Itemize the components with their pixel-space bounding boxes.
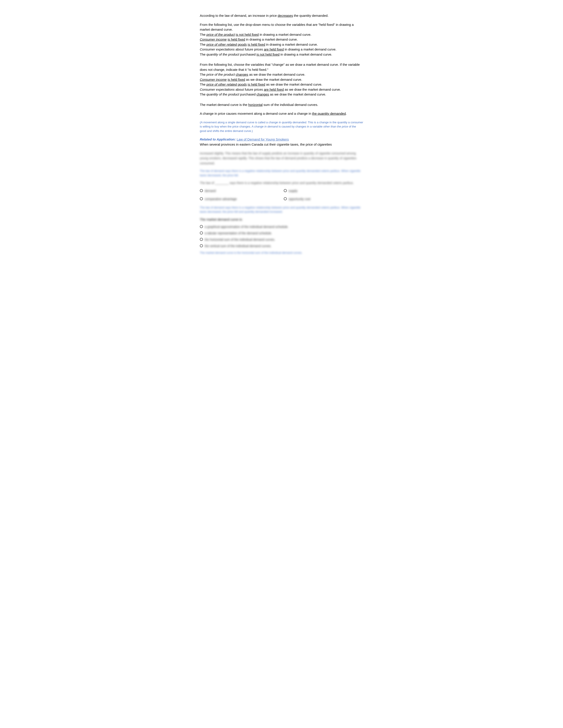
p2-line2-italic: Consumer income [200, 38, 227, 41]
related-to-section: Related to Application: Law of Demand fo… [200, 137, 363, 147]
p2-line5-end: in drawing a market demand curve. [279, 53, 332, 56]
p2-line3-pre: The [200, 43, 206, 46]
blue-exp-cid: change in demand [254, 125, 278, 128]
p3-line3-hf: is held fixed [248, 83, 265, 86]
p2-line3-end: in drawing a market demand curve. [265, 43, 318, 46]
p3-line2-hf: is held fixed [227, 78, 245, 81]
p2-line1-hnf: is not held fixed [236, 33, 259, 36]
p3-line1-pre: The [200, 73, 206, 76]
option-market-d-label: the vertical sum of the individual deman… [205, 244, 271, 248]
p2-line3-italic: price of other related goods [206, 43, 247, 46]
p5-qty-demanded: the quantity demanded [312, 112, 346, 115]
p2-line2-hf: is held fixed [227, 38, 245, 41]
p3-line5-mid: purchased [239, 92, 256, 96]
blurred-options-grid: demand supply comparative advantage oppo… [200, 189, 363, 203]
related-to-label: Related to Application: [200, 137, 236, 141]
p1-decreases: decreases [278, 14, 293, 17]
blue-exp-mid2: is caused by changes in a variable [278, 125, 323, 128]
p3-line5-end: as we draw the market demand curve. [269, 92, 326, 96]
radio-demand[interactable] [200, 189, 203, 192]
option-market-d[interactable]: the vertical sum of the individual deman… [200, 244, 363, 248]
p2-line1-italic: price of the product [206, 33, 235, 36]
paragraph-1: According to the law of demand, an incre… [200, 13, 363, 18]
option-market-c[interactable]: the horizontal sum of the individual dem… [200, 237, 363, 242]
p3-line1-end: as we draw the market demand curve. [248, 73, 305, 76]
blurred-blue-market-answer: The market demand curve is the horizonta… [200, 251, 363, 255]
p2-intro: From the following list, use the drop-do… [200, 23, 354, 32]
p3-line5-changes: changes [256, 92, 269, 96]
p3-line3-pre: The [200, 83, 206, 86]
option-supply[interactable]: supply [284, 189, 363, 193]
p3-line2-end: as we draw the market demand curve. [245, 78, 302, 81]
p5-pre: A change in price causes movement along … [200, 112, 312, 115]
radio-market-d[interactable] [200, 244, 203, 247]
blurred-question-law: The law of ________ says there is a nega… [200, 180, 363, 185]
option-demand-label: demand [205, 189, 216, 193]
p2-line5-mid: purchased [239, 53, 256, 56]
p2-line4-hf: are held fixed [264, 47, 284, 51]
related-to-link[interactable]: Law of Demand for Young Smokers [237, 137, 289, 141]
p3-line1-changes: changes [236, 73, 248, 76]
blurred-options-market: a graphical approximation of the individ… [200, 225, 363, 248]
p4-horizontal: horizontal [248, 103, 262, 107]
p2-line4-end: in drawing a market demand curve. [284, 47, 336, 51]
related-to-text: When several provinces in eastern Canada… [200, 143, 332, 146]
p1-text-post: the quantity demanded. [293, 14, 329, 17]
p4-post: sum of the individual demand curves. [262, 103, 318, 107]
option-market-a[interactable]: a graphical approximation of the individ… [200, 225, 363, 229]
p3-line2-italic: Consumer income [200, 78, 227, 81]
p3-line5-pre: The [200, 92, 206, 96]
p3-line4-hf: are held fixed [264, 88, 284, 91]
blue-explanation: (A movement along a single demand curve … [200, 120, 363, 133]
p2-line1-pre: The [200, 33, 206, 36]
option-comp-adv[interactable]: comparative advantage [200, 197, 279, 201]
p4-pre: The market demand curve is the [200, 103, 248, 107]
p2-line5-pre: The [200, 53, 206, 56]
p3-intro: From the following list, choose the vari… [200, 63, 360, 71]
page-content: According to the law of demand, an incre… [200, 13, 363, 255]
radio-market-b[interactable] [200, 231, 203, 235]
radio-supply[interactable] [284, 189, 287, 192]
blurred-blue-2: The law of demand says there is a negati… [200, 205, 363, 214]
p3-line3-end: as we draw the market demand curve. [265, 83, 322, 86]
p1-text-pre: According to the law of demand, an incre… [200, 14, 278, 17]
option-supply-label: supply [289, 189, 298, 193]
p3-line4-italic: Consumer expectations [200, 88, 235, 91]
paragraph-4: The market demand curve is the horizonta… [200, 102, 363, 107]
p5-period: . [346, 112, 347, 115]
p3-line3-italic: price of other related goods [206, 83, 247, 86]
radio-market-a[interactable] [200, 225, 203, 228]
radio-market-c[interactable] [200, 238, 203, 241]
p2-line2-end: in drawing a market demand curve. [245, 38, 298, 41]
p2-line3-hf: is held fixed [248, 43, 265, 46]
option-opp-cost[interactable]: opportunity cost [284, 197, 363, 201]
p3-line4-end: as we draw the market demand curve. [284, 88, 341, 91]
p3-line4-mid: about future prices [235, 88, 264, 91]
option-market-a-label: a graphical approximation of the individ… [205, 225, 289, 229]
blurred-paragraph-1: increased slightly. This means that the … [200, 151, 363, 166]
p3-line5-italic: quantity of the product [206, 92, 239, 96]
radio-opp-cost[interactable] [284, 197, 287, 200]
option-market-b-label: a tabular representation of the demand s… [205, 231, 272, 236]
p2-line5-italic: quantity of the product [206, 53, 239, 56]
blue-exp-pre: (A movement along a single demand curve … [200, 121, 268, 124]
option-opp-cost-label: opportunity cost [289, 197, 311, 201]
blue-exp-ciqd: change in quantity demanded [268, 121, 306, 124]
option-market-b[interactable]: a tabular representation of the demand s… [200, 231, 363, 236]
radio-comp-adv[interactable] [200, 197, 203, 200]
option-demand[interactable]: demand [200, 189, 279, 193]
paragraph-2: From the following list, use the drop-do… [200, 22, 363, 57]
blurred-blue-1: The law of demand says there is a negati… [200, 169, 363, 177]
paragraph-3: From the following list, choose the vari… [200, 62, 363, 97]
option-comp-adv-label: comparative advantage [205, 197, 237, 201]
blurred-market-heading: The market demand curve is: [200, 217, 363, 222]
paragraph-5: A change in price causes movement along … [200, 111, 363, 116]
blue-exp-other: other than the price [323, 125, 348, 128]
p2-line1-end: in drawing a market demand curve. [259, 33, 311, 36]
option-market-c-label: the horizontal sum of the individual dem… [205, 237, 275, 242]
p2-line5-hnf: is not held fixed [256, 53, 279, 56]
p2-line4-mid: about future prices [235, 47, 264, 51]
p2-line4-italic: Consumer expectations [200, 47, 235, 51]
p3-line1-italic: price of the product [206, 73, 235, 76]
